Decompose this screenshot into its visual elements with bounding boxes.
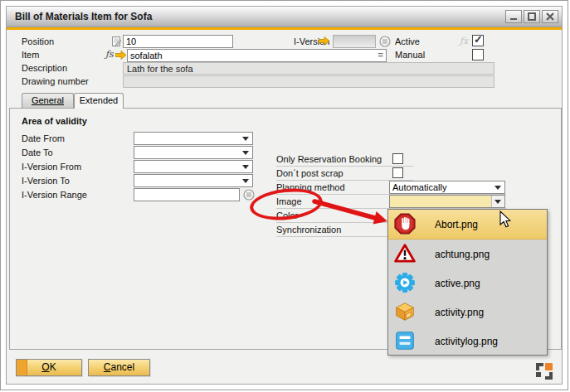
iversion-to-combo[interactable] [134,174,253,187]
annotation-arrow [301,187,397,233]
ok-label: O [41,361,49,373]
manual-checkbox[interactable] [472,49,484,60]
equals-icon: = [378,49,383,61]
dropdown-item-achtung[interactable]: achtung.png [388,240,547,269]
iversion-from-label: I-Version From [22,162,81,172]
drawing-number-field [123,75,494,88]
drawing-number-label: Drawing number [22,76,89,86]
close-button[interactable] [542,10,558,23]
date-to-combo[interactable] [134,146,253,159]
window-title: Bill of Materials Item for Sofa [15,7,152,27]
dialog-frame: Bill of Materials Item for Sofa Position [6,6,563,385]
dropdown-item-activitylog[interactable]: activitylog.png [388,327,547,356]
box-icon [394,301,416,322]
tab-extended[interactable]: Extended [74,93,124,109]
dropdown-item-label: active.png [435,278,480,289]
minimize-button[interactable] [505,10,522,23]
maximize-button[interactable] [524,10,540,23]
dropdown-item-activity[interactable]: activity.png [388,298,547,327]
manual-label: Manual [395,50,425,60]
cancel-button[interactable]: Cancel [88,359,150,376]
dont-post-scrap-label: Don´t post scrap [276,168,343,178]
planning-method-value: Automatically [392,182,446,193]
iversion-from-combo[interactable] [134,160,253,173]
position-input[interactable]: 10 [123,35,233,48]
position-label: Position [22,36,54,46]
choose-list-icon[interactable] [379,36,391,47]
close-icon [546,12,554,21]
dropdown-item-label: activity.png [435,307,484,318]
default-button-stripe [17,360,27,375]
section-title: Area of validity [22,116,87,126]
image-combo[interactable] [389,195,505,208]
date-from-label: Date From [22,133,65,143]
dropdown-item-abort[interactable]: Abort.png [388,210,547,240]
tab-extended-label: Extended [80,95,118,105]
dropdown-item-label: activitylog.png [435,336,498,347]
chevron-down-icon [242,137,249,141]
edit-document-icon[interactable] [111,36,122,47]
ok-button[interactable]: OK [16,359,82,376]
stop-icon [394,213,416,235]
active-checkbox[interactable] [472,35,484,46]
tab-general[interactable]: General [22,93,74,108]
bom-item-dialog: Bill of Materials Item for Sofa Position [0,0,568,390]
dont-post-scrap-checkbox[interactable] [392,167,403,178]
tab-general-label: General [32,95,64,105]
minimize-icon [509,12,518,21]
description-field: Lath for the sofa [123,62,494,75]
chevron-down-icon [242,165,249,169]
dropdown-item-label: achtung.png [435,249,490,260]
date-from-combo[interactable] [134,132,253,145]
fx-icon: ƒx [460,36,468,46]
image-dropdown-list: Abort.png achtung.png [387,209,548,356]
iversion-to-label: I-Version To [22,176,70,186]
mouse-cursor [499,211,513,229]
description-label: Description [22,63,67,73]
iversion-field [333,35,376,48]
dropdown-item-active[interactable]: active.png [388,269,547,298]
warning-icon [394,243,416,264]
link-arrow-icon[interactable] [115,51,127,60]
chevron-down-icon [242,151,249,155]
resize-grip-icon[interactable] [536,363,553,380]
chevron-down-icon [494,200,501,204]
link-arrow-icon[interactable] [319,36,330,46]
active-label: Active [395,36,420,46]
item-value: sofalath [130,51,163,60]
iversion-range-input[interactable] [134,188,240,201]
chevron-down-icon [242,179,249,183]
log-icon [394,330,416,351]
maximize-icon [528,12,536,21]
title-bar[interactable]: Bill of Materials Item for Sofa [7,7,562,27]
choose-list-icon[interactable] [243,189,255,201]
chevron-down-icon [494,186,501,190]
only-reservation-checkbox[interactable] [392,153,403,164]
dropdown-item-label: Abort.png [435,219,478,230]
iversion-range-label: I-Version Range [22,190,87,200]
item-input[interactable]: sofalath = [127,49,387,62]
item-label: Item [22,50,39,60]
planning-method-combo[interactable]: Automatically [389,181,505,194]
date-to-label: Date To [22,148,53,157]
gear-icon [394,272,416,293]
only-reservation-label: Only Reservation Booking [276,154,382,164]
formula-icon[interactable]: ƒs [105,49,114,60]
